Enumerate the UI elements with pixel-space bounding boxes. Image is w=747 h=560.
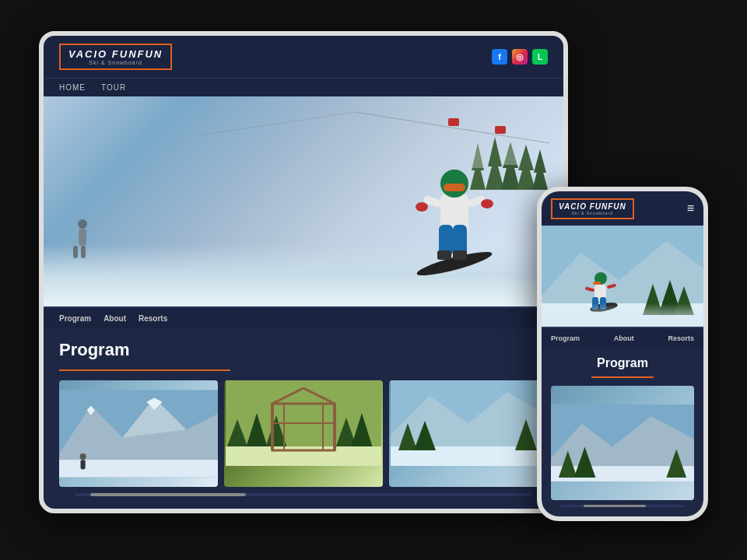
tablet-nav: HOME TOUR — [44, 78, 563, 96]
tablet-device: VACIO FUNFUN Ski & Snowboard f ◎ L HOME … — [39, 31, 568, 513]
svg-rect-28 — [453, 250, 467, 260]
tablet-subnav: Program About Resorts — [44, 306, 563, 329]
tablet-section-title: Program — [59, 340, 548, 360]
phone-section-divider — [591, 376, 654, 378]
phone-logo: VACIO FUNFUN — [559, 202, 626, 211]
svg-rect-40 — [81, 460, 86, 469]
phone-section-title: Program — [551, 356, 694, 370]
nav-home[interactable]: HOME — [59, 83, 86, 92]
phone-hero-snow — [542, 303, 703, 327]
bg-skier-svg — [67, 218, 98, 264]
phone-subnav: Program About Resorts — [542, 327, 703, 348]
svg-rect-31 — [73, 246, 78, 258]
svg-point-29 — [78, 219, 87, 229]
scene: VACIO FUNFUN Ski & Snowboard f ◎ L HOME … — [16, 16, 731, 544]
phone-section: Program — [542, 348, 703, 516]
svg-line-14 — [199, 112, 355, 135]
tablet-scrollbar-thumb — [90, 493, 246, 496]
facebook-icon[interactable]: f — [492, 49, 507, 65]
phone-device: VACIO FUNFUN Ski & Snowboard ≡ — [537, 187, 708, 521]
nav-tour[interactable]: TOUR — [101, 83, 126, 92]
svg-marker-12 — [503, 140, 518, 165]
phone-screen: VACIO FUNFUN Ski & Snowboard ≡ — [542, 191, 703, 516]
tablet-logo: VACIO FUNFUN — [68, 48, 163, 60]
svg-rect-27 — [437, 250, 451, 260]
tablet-section: Program — [44, 329, 563, 509]
phone-subnav-about[interactable]: About — [614, 334, 634, 342]
tablet-card-1 — [59, 380, 218, 487]
tablet-logo-sub: Ski & Snowboard — [68, 60, 163, 65]
tablet-logo-box: VACIO FUNFUN Ski & Snowboard — [59, 44, 172, 70]
svg-point-39 — [80, 453, 86, 460]
svg-marker-10 — [534, 149, 546, 173]
subnav-program[interactable]: Program — [59, 314, 91, 323]
subnav-about[interactable]: About — [103, 314, 126, 323]
subnav-resorts[interactable]: Resorts — [139, 314, 167, 323]
tablet-card-2 — [224, 380, 383, 487]
instagram-icon[interactable]: ◎ — [512, 49, 528, 65]
svg-point-25 — [416, 202, 428, 212]
phone-card — [551, 386, 694, 500]
tablet-social: f ◎ L — [492, 49, 548, 65]
phone-logo-box: VACIO FUNFUN Ski & Snowboard — [551, 198, 634, 219]
tablet-header: VACIO FUNFUN Ski & Snowboard f ◎ L — [44, 36, 563, 78]
tablet-card-3 — [389, 380, 548, 487]
svg-rect-71 — [593, 282, 601, 285]
phone-hero — [542, 226, 703, 327]
tablet-screen: VACIO FUNFUN Ski & Snowboard f ◎ L HOME … — [44, 36, 563, 509]
svg-point-26 — [481, 199, 493, 208]
phone-subnav-resorts[interactable]: Resorts — [668, 334, 694, 342]
line-icon[interactable]: L — [532, 49, 548, 65]
phone-scrollbar[interactable] — [560, 505, 685, 507]
tablet-scrollbar[interactable] — [75, 493, 532, 496]
phone-logo-sub: Ski & Snowboard — [559, 211, 626, 215]
svg-rect-30 — [79, 229, 86, 246]
tablet-cards — [59, 380, 548, 487]
snowboarder-figure — [408, 120, 501, 275]
svg-marker-8 — [518, 145, 534, 170]
phone-scrollbar-thumb — [584, 505, 646, 507]
hamburger-menu-icon[interactable]: ≡ — [687, 201, 694, 215]
svg-rect-22 — [444, 184, 465, 191]
phone-subnav-program[interactable]: Program — [551, 334, 580, 342]
svg-rect-32 — [81, 246, 86, 258]
tablet-section-divider — [59, 369, 230, 371]
phone-header: VACIO FUNFUN Ski & Snowboard ≡ — [542, 191, 703, 226]
tablet-hero — [44, 96, 563, 306]
